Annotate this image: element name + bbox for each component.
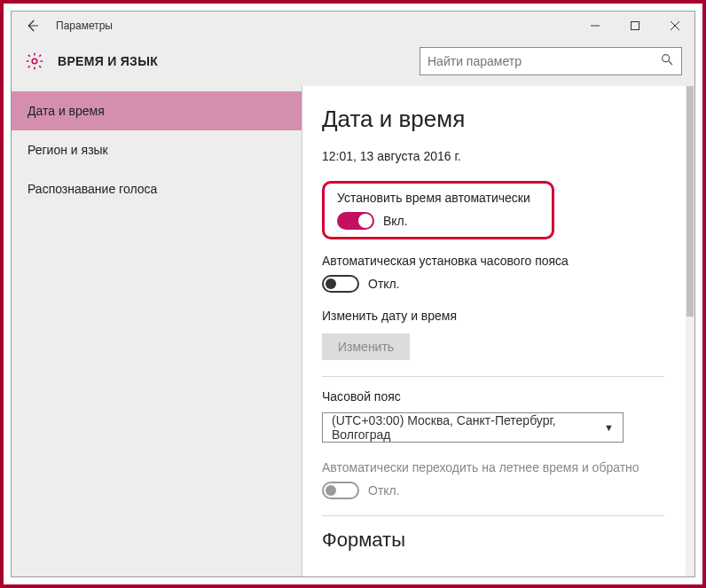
formats-title: Форматы <box>322 529 664 552</box>
content-panel: Дата и время 12:01, 13 августа 2016 г. У… <box>302 86 684 576</box>
change-datetime-label: Изменить дату и время <box>322 309 664 323</box>
svg-rect-1 <box>631 22 639 30</box>
auto-timezone-toggle[interactable] <box>322 275 359 293</box>
sidebar-item-date-time[interactable]: Дата и время <box>12 91 302 130</box>
change-datetime-button[interactable]: Изменить <box>322 333 410 360</box>
maximize-icon <box>630 20 640 31</box>
window-title: Параметры <box>56 20 113 32</box>
close-icon <box>670 20 680 31</box>
settings-window: Параметры ВРЕМЯ И ЯЗЫ <box>11 11 695 577</box>
sidebar-item-label: Распознавание голоса <box>27 182 157 196</box>
close-button[interactable] <box>655 12 694 39</box>
current-datetime: 12:01, 13 августа 2016 г. <box>322 149 664 163</box>
svg-line-6 <box>669 61 672 65</box>
timezone-label: Часовой пояс <box>322 389 664 404</box>
arrow-left-icon <box>24 18 40 34</box>
minimize-button[interactable] <box>575 12 615 39</box>
auto-timezone-label: Автоматическая установка часового пояса <box>322 254 664 268</box>
category-title: ВРЕМЯ И ЯЗЫК <box>58 54 158 68</box>
gear-icon <box>24 51 45 72</box>
header: ВРЕМЯ И ЯЗЫК <box>12 40 694 86</box>
back-button[interactable] <box>19 12 45 39</box>
scrollbar[interactable] <box>686 86 694 576</box>
highlight-box: Установить время автоматически Вкл. <box>322 181 554 239</box>
chevron-down-icon: ▼ <box>604 422 614 433</box>
svg-point-4 <box>32 59 37 64</box>
divider <box>322 376 664 377</box>
auto-time-label: Установить время автоматически <box>337 191 539 205</box>
auto-time-state: Вкл. <box>383 214 408 228</box>
titlebar: Параметры <box>12 12 694 40</box>
svg-point-5 <box>663 55 670 62</box>
page-title: Дата и время <box>322 106 664 133</box>
dst-label: Автоматически переходить на летнее время… <box>322 460 664 474</box>
auto-time-toggle[interactable] <box>337 212 374 230</box>
search-box[interactable] <box>420 47 682 75</box>
sidebar-item-region-language[interactable]: Регион и язык <box>12 130 302 169</box>
search-input[interactable] <box>428 54 660 68</box>
sidebar-item-label: Регион и язык <box>27 143 108 157</box>
auto-timezone-state: Откл. <box>368 277 400 291</box>
sidebar-item-label: Дата и время <box>27 104 105 118</box>
divider <box>322 515 664 516</box>
minimize-icon <box>590 20 600 31</box>
maximize-button[interactable] <box>615 12 655 39</box>
dst-toggle <box>322 482 359 499</box>
sidebar-item-speech[interactable]: Распознавание голоса <box>12 169 302 208</box>
dst-state: Откл. <box>368 483 400 498</box>
search-icon <box>660 52 674 70</box>
scrollbar-thumb[interactable] <box>686 86 694 317</box>
timezone-value: (UTC+03:00) Москва, Санкт-Петербург, Вол… <box>332 413 604 442</box>
timezone-select[interactable]: (UTC+03:00) Москва, Санкт-Петербург, Вол… <box>322 412 624 443</box>
sidebar: Дата и время Регион и язык Распознавание… <box>12 86 302 576</box>
window-controls <box>575 12 694 39</box>
